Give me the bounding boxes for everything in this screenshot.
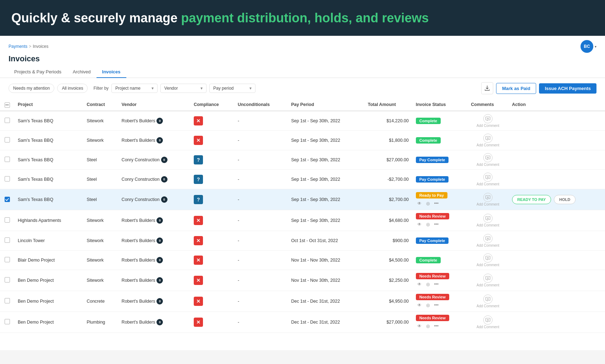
- row-checkbox[interactable]: [5, 217, 10, 223]
- row-pay-period: Sep 1st - Sep 30th, 2022: [287, 111, 364, 131]
- row-checkbox-cell[interactable]: [0, 250, 14, 270]
- row-checkbox[interactable]: [5, 176, 10, 181]
- row-total-amount: $2,250.00: [364, 270, 412, 291]
- dot-icon[interactable]: •••: [433, 323, 440, 330]
- circle-icon[interactable]: ◎: [424, 221, 431, 228]
- avatar[interactable]: BC: [581, 40, 593, 53]
- dot-icon[interactable]: •••: [433, 200, 440, 207]
- add-comment-button[interactable]: Add Comment: [471, 295, 505, 308]
- row-comments[interactable]: Add Comment: [467, 130, 508, 150]
- row-action: [508, 312, 605, 332]
- add-comment-button[interactable]: Add Comment: [471, 173, 505, 186]
- eye-icon[interactable]: 👁: [416, 200, 423, 207]
- breadcrumb-parent[interactable]: Payments: [9, 44, 27, 49]
- row-comments[interactable]: Add Comment: [467, 270, 508, 291]
- circle-icon[interactable]: ◎: [424, 200, 431, 207]
- row-checkbox[interactable]: [5, 298, 10, 303]
- row-comments[interactable]: Add Comment: [467, 291, 508, 312]
- row-checkbox-cell[interactable]: [0, 312, 14, 332]
- avatar-chevron[interactable]: ▾: [595, 45, 596, 49]
- tab-archived[interactable]: Archived: [67, 66, 97, 78]
- row-contract: Steel: [83, 169, 118, 189]
- row-checkbox-cell[interactable]: [0, 189, 14, 210]
- add-comment-button[interactable]: Add Comment: [471, 214, 505, 227]
- row-checkbox[interactable]: [5, 197, 10, 202]
- table-row: Sam's Texas BBQSteelConry Construction 0…: [0, 189, 605, 210]
- circle-icon[interactable]: ◎: [424, 323, 431, 330]
- tab-projects-pay-periods[interactable]: Projects & Pay Periods: [9, 66, 67, 78]
- eye-icon[interactable]: 👁: [416, 323, 423, 330]
- row-checkbox-cell[interactable]: [0, 150, 14, 169]
- add-comment-button[interactable]: Add Comment: [471, 234, 505, 247]
- row-comments[interactable]: Add Comment: [467, 111, 508, 131]
- add-comment-button[interactable]: Add Comment: [471, 153, 505, 167]
- vendor-badge-dot: 0: [156, 237, 163, 244]
- needs-attention-filter[interactable]: Needs my attention: [9, 84, 54, 93]
- row-checkbox[interactable]: [5, 157, 10, 162]
- hero-title-plain: Quickly & securely manage: [11, 11, 181, 25]
- table-row: Lincoln TowerSiteworkRobert's Builders 0…: [0, 231, 605, 250]
- dot-icon[interactable]: •••: [433, 302, 440, 309]
- row-comments[interactable]: Add Comment: [467, 250, 508, 270]
- row-checkbox[interactable]: [5, 118, 10, 123]
- row-checkbox-cell[interactable]: [0, 270, 14, 291]
- pay-period-filter[interactable]: Pay period ▾: [209, 84, 255, 93]
- add-comment-button[interactable]: Add Comment: [471, 193, 505, 206]
- circle-icon[interactable]: ◎: [424, 281, 431, 288]
- row-total-amount: $4,500.00: [364, 250, 412, 270]
- eye-icon[interactable]: 👁: [416, 281, 423, 288]
- row-checkbox[interactable]: [5, 257, 10, 262]
- row-comments[interactable]: Add Comment: [467, 312, 508, 332]
- select-all-checkbox[interactable]: [5, 102, 10, 108]
- comment-circle-icon: [483, 153, 493, 162]
- row-checkbox[interactable]: [5, 137, 10, 142]
- row-total-amount: $2,700.00: [364, 189, 412, 210]
- vendor-filter[interactable]: Vendor ▾: [160, 84, 207, 93]
- add-comment-button[interactable]: Add Comment: [471, 253, 505, 267]
- project-name-filter[interactable]: Project name ▾: [111, 84, 158, 93]
- row-checkbox[interactable]: [5, 319, 10, 324]
- ready-to-pay-button[interactable]: READY TO PAY: [512, 195, 551, 204]
- add-comment-button[interactable]: Add Comment: [471, 114, 505, 128]
- eye-icon[interactable]: 👁: [416, 221, 423, 228]
- dot-icon[interactable]: •••: [433, 281, 440, 288]
- row-checkbox-cell[interactable]: [0, 210, 14, 231]
- row-checkbox-cell[interactable]: [0, 169, 14, 189]
- col-checkbox[interactable]: [0, 99, 14, 111]
- row-checkbox[interactable]: [5, 277, 10, 282]
- row-comments[interactable]: Add Comment: [467, 150, 508, 169]
- circle-icon[interactable]: ◎: [424, 302, 431, 309]
- comment-circle-icon: [483, 134, 493, 143]
- row-pay-period: Dec 1st - Dec 31st, 2022: [287, 291, 364, 312]
- status-badge: Needs Review: [416, 213, 449, 219]
- row-checkbox-cell[interactable]: [0, 231, 14, 250]
- row-invoice-status: Complete: [412, 111, 468, 131]
- add-comment-button[interactable]: Add Comment: [471, 315, 505, 329]
- row-comments[interactable]: Add Comment: [467, 189, 508, 210]
- tab-invoices[interactable]: Invoices: [97, 66, 126, 78]
- row-checkbox[interactable]: [5, 237, 10, 243]
- all-invoices-filter[interactable]: All invoices: [57, 84, 88, 93]
- vendor-badge-dot: 0: [161, 157, 167, 163]
- col-vendor: Vendor: [118, 99, 190, 111]
- add-comment-button[interactable]: Add Comment: [471, 134, 505, 147]
- download-button[interactable]: [481, 82, 493, 94]
- table-row: Highlands ApartmentsSiteworkRobert's Bui…: [0, 210, 605, 231]
- row-checkbox-cell[interactable]: [0, 130, 14, 150]
- vendor-badge-dot: 0: [156, 277, 163, 284]
- hold-button[interactable]: HOLD: [554, 195, 576, 204]
- status-badge: Complete: [416, 118, 441, 124]
- vendor-badge-dot: 0: [156, 319, 163, 325]
- row-comments[interactable]: Add Comment: [467, 231, 508, 250]
- row-comments[interactable]: Add Comment: [467, 169, 508, 189]
- dot-icon[interactable]: •••: [433, 221, 440, 228]
- row-checkbox-cell[interactable]: [0, 111, 14, 131]
- issue-ach-button[interactable]: Issue ACH Payments: [539, 83, 596, 94]
- mark-as-paid-button[interactable]: Mark as Paid: [496, 83, 537, 94]
- row-unconditionals: -: [234, 250, 287, 270]
- add-comment-button[interactable]: Add Comment: [471, 274, 505, 287]
- row-checkbox-cell[interactable]: [0, 291, 14, 312]
- row-comments[interactable]: Add Comment: [467, 210, 508, 231]
- comment-circle-icon: [483, 274, 493, 283]
- eye-icon[interactable]: 👁: [416, 302, 423, 309]
